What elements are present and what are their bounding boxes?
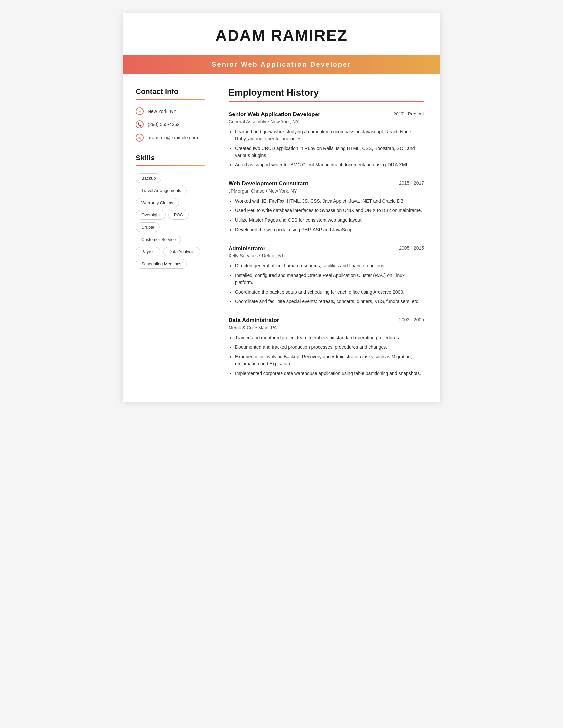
job-title: Data Administrator xyxy=(228,317,279,324)
job-bullets-list: Learned and grew while studying a curric… xyxy=(228,128,424,168)
job-bullet: Worked with IE, FireFox, HTML, JS, CSS, … xyxy=(235,198,424,205)
jobs-container: Senior Web Application Developer2017 - P… xyxy=(228,111,424,377)
contact-section: Contact Info ⌖ New York, NY 📞 (290) 555-… xyxy=(136,87,205,142)
phone-icon: 📞 xyxy=(136,120,144,128)
job-entry: Web Development Consultant2015 - 2017JPM… xyxy=(228,180,424,233)
job-header: Senior Web Application Developer2017 - P… xyxy=(228,111,424,118)
email-text: aramirez@example.com xyxy=(148,135,198,140)
job-header: Web Development Consultant2015 - 2017 xyxy=(228,180,424,187)
job-bullet: Implemented corporate data warehouse app… xyxy=(235,370,424,377)
skill-tag: Data Analysis xyxy=(163,247,200,256)
job-dates: 2015 - 2017 xyxy=(399,180,424,186)
job-dates: 2005 - 2015 xyxy=(399,245,424,250)
job-title: Web Development Consultant xyxy=(228,180,308,187)
job-entry: Data Administrator2003 - 2005Merck & Co.… xyxy=(228,317,424,377)
job-bullets-list: Directed general office, human resources… xyxy=(228,262,424,305)
job-bullets-list: Trained and mentored project team member… xyxy=(228,334,424,377)
resume-header: ADAM RAMIREZ xyxy=(122,13,441,51)
job-bullet: Developed the web portal using PHP, ASP … xyxy=(235,226,424,233)
skill-tag: Travel Arrangements xyxy=(136,186,187,195)
skill-tag: Scheduling Meetings xyxy=(136,259,187,269)
employment-divider xyxy=(228,101,424,102)
contact-phone: 📞 (290) 555-4262 xyxy=(136,120,205,128)
resume-container: ADAM RAMIREZ Senior Web Application Deve… xyxy=(122,13,441,402)
job-bullets-list: Worked with IE, FireFox, HTML, JS, CSS, … xyxy=(228,198,424,233)
location-icon: ⌖ xyxy=(136,107,144,115)
main-content: Employment History Senior Web Applicatio… xyxy=(215,74,441,402)
job-bullet: Coordinated the backup setup and schedul… xyxy=(235,289,424,296)
job-company: JPMorgan Chase • New York, NY xyxy=(228,188,424,194)
contact-section-title: Contact Info xyxy=(136,87,205,96)
candidate-title: Senior Web Application Developer xyxy=(211,61,352,68)
skill-tag: Payroll xyxy=(136,247,160,256)
job-bullet: Directed general office, human resources… xyxy=(235,262,424,269)
job-bullet: Learned and grew while studying a curric… xyxy=(235,128,424,142)
candidate-name: ADAM RAMIREZ xyxy=(122,26,441,45)
job-company: Merck & Co. • Main, PA xyxy=(228,325,424,330)
job-bullet: Utilize Master Pages and CSS for consist… xyxy=(235,217,424,224)
job-bullet: Trained and mentored project team member… xyxy=(235,334,424,341)
skill-tag: Drupal xyxy=(136,222,160,232)
job-bullet: Created two CRUD application in Ruby on … xyxy=(235,145,424,159)
phone-text: (290) 555-4262 xyxy=(148,122,179,127)
skill-tags-container: BackupTravel ArrangementsWarranty Claims… xyxy=(136,173,205,269)
location-text: New York, NY xyxy=(148,109,176,114)
job-header: Data Administrator2003 - 2005 xyxy=(228,317,424,324)
job-company: Kelly Services • Detroit, MI xyxy=(228,253,424,258)
email-icon: ✉ xyxy=(136,134,144,142)
contact-divider xyxy=(136,99,205,100)
employment-section: Employment History Senior Web Applicatio… xyxy=(228,87,424,377)
job-bullet: Installed, configured and managed Oracle… xyxy=(235,272,424,286)
job-entry: Administrator2005 - 2015Kelly Services •… xyxy=(228,245,424,305)
title-bar: Senior Web Application Developer xyxy=(122,55,441,74)
skill-tag: Warranty Claims xyxy=(136,198,179,207)
job-bullet: Used Perl to write database interfaces t… xyxy=(235,207,424,214)
skill-tag: Customer Service xyxy=(136,235,181,244)
job-bullet: Experience in involving Backup, Recovery… xyxy=(235,353,424,367)
job-bullet: Acted as support writer for BMC Client M… xyxy=(235,161,424,168)
job-company: General Assembly • New York, NY xyxy=(228,119,424,124)
job-title: Administrator xyxy=(228,245,265,252)
resume-body: Contact Info ⌖ New York, NY 📞 (290) 555-… xyxy=(122,74,441,402)
sidebar: Contact Info ⌖ New York, NY 📞 (290) 555-… xyxy=(122,74,215,402)
job-header: Administrator2005 - 2015 xyxy=(228,245,424,252)
skills-divider xyxy=(136,165,205,166)
skill-tag: POC xyxy=(168,210,189,220)
skill-tag: Backup xyxy=(136,173,161,183)
employment-section-title: Employment History xyxy=(228,87,424,98)
job-title: Senior Web Application Developer xyxy=(228,111,320,118)
skill-tag: Oversight xyxy=(136,210,165,220)
job-dates: 2003 - 2005 xyxy=(399,317,424,322)
skills-section-title: Skills xyxy=(136,154,205,162)
contact-location: ⌖ New York, NY xyxy=(136,107,205,115)
job-bullet: Coordinate and facilitate special events… xyxy=(235,298,424,305)
job-entry: Senior Web Application Developer2017 - P… xyxy=(228,111,424,168)
skills-section: Skills BackupTravel ArrangementsWarranty… xyxy=(136,154,205,269)
contact-email: ✉ aramirez@example.com xyxy=(136,134,205,142)
job-dates: 2017 - Present xyxy=(394,111,424,116)
job-bullet: Documented and tracked production proces… xyxy=(235,344,424,351)
